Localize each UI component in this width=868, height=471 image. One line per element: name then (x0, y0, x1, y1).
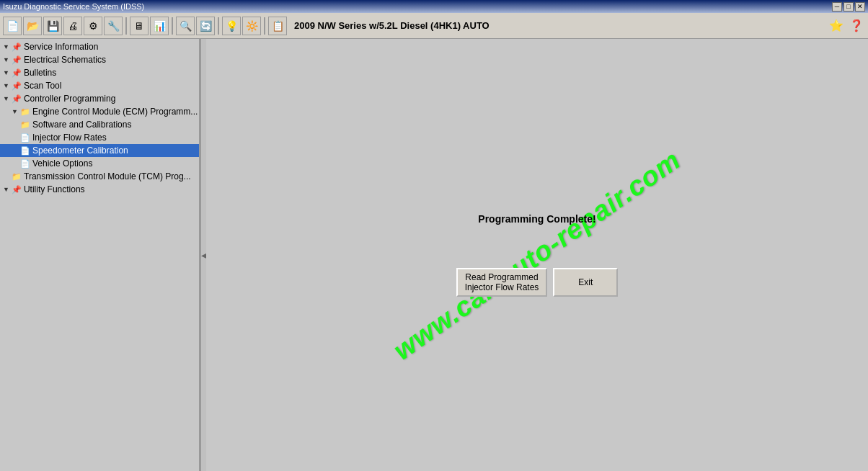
sidebar-item-scan-tool[interactable]: ▼📌Scan Tool (0, 79, 199, 92)
file-button[interactable]: 📋 (268, 17, 287, 35)
sidebar-item-label: Bulletins (24, 68, 56, 78)
minimize-button[interactable]: ─ (832, 2, 842, 12)
toolbar: 📄 📂 💾 🖨 ⚙ 🔧 🖥 📊 🔍 🔄 💡 🔆 📋 2009 N/W Serie… (0, 13, 868, 39)
arrow-icon: ▼ (3, 56, 9, 63)
root-icon: 📌 (12, 94, 22, 104)
arrow-icon: ▼ (12, 108, 18, 115)
arrow-icon: ▼ (3, 95, 9, 102)
watermark: www.car-auto-repair.com (206, 39, 868, 471)
root-icon: 📌 (12, 68, 22, 78)
root-icon: 📌 (12, 185, 22, 194)
close-button[interactable]: ✕ (855, 2, 865, 12)
vehicle-label: 2009 N/W Series w/5.2L Diesel (4HK1) AUT… (294, 20, 490, 31)
arrow-icon: ▼ (3, 186, 9, 193)
sidebar-item-label: Controller Programming (24, 94, 115, 104)
page-icon: 📄 (20, 146, 30, 156)
sidebar-item-label: Vehicle Options (32, 158, 92, 169)
sidebar: ▼📌Service Information▼📌Electrical Schema… (0, 39, 200, 471)
sidebar-item-injector-flow-rates[interactable]: 📄Injector Flow Rates (0, 131, 199, 144)
sidebar-item-tcm-programming[interactable]: 📁Transmission Control Module (TCM) Prog.… (0, 170, 199, 183)
buttons-area: Read ProgrammedInjector Flow Rates Exit (456, 268, 619, 297)
sidebar-item-bulletins[interactable]: ▼📌Bulletins (0, 66, 199, 79)
content-area: www.car-auto-repair.com Programming Comp… (206, 39, 868, 471)
settings-button[interactable]: ⚙ (84, 17, 102, 35)
toolbar-right: ⭐ ❓ (828, 17, 865, 35)
open-button[interactable]: 📂 (23, 17, 42, 35)
root-icon: 📌 (12, 42, 22, 52)
refresh-button[interactable]: 🔄 (196, 17, 215, 35)
sidebar-item-utility-functions[interactable]: ▼📌Utility Functions (0, 183, 199, 196)
sidebar-handle[interactable]: ◀ (200, 39, 206, 471)
sidebar-item-label: Transmission Control Module (TCM) Prog..… (24, 171, 191, 181)
main-container: ▼📌Service Information▼📌Electrical Schema… (0, 39, 868, 471)
new-button[interactable]: 📄 (3, 17, 22, 35)
page-icon: 📄 (20, 159, 30, 169)
exit-button[interactable]: Exit (553, 268, 618, 297)
folder-icon: 📁 (12, 172, 22, 181)
arrow-icon: ▼ (3, 82, 9, 89)
sidebar-item-label: Speedometer Calibration (32, 145, 128, 156)
star-button[interactable]: ⭐ (828, 17, 845, 35)
maximize-button[interactable]: □ (843, 2, 854, 12)
sidebar-item-service-info[interactable]: ▼📌Service Information (0, 40, 199, 53)
watermark-text: www.car-auto-repair.com (388, 144, 686, 366)
folder-icon: 📁 (20, 107, 30, 117)
sidebar-item-controller-programming[interactable]: ▼📌Controller Programming (0, 92, 199, 105)
light1-button[interactable]: 💡 (222, 17, 241, 35)
root-icon: 📌 (12, 81, 22, 91)
folder-icon: 📁 (20, 120, 30, 130)
toolbar-separator-2 (172, 17, 173, 35)
sidebar-item-speedometer-calibration[interactable]: 📄Speedometer Calibration (0, 144, 199, 157)
arrow-icon: ▼ (3, 43, 9, 50)
sidebar-item-vehicle-options[interactable]: 📄Vehicle Options (0, 157, 199, 170)
title-bar: Isuzu Diagnostic Service System (IDSS) ─… (0, 0, 868, 13)
sidebar-item-software-calibrations[interactable]: 📁Software and Calibrations (0, 118, 199, 131)
root-icon: 📌 (12, 55, 22, 65)
read-programmed-button[interactable]: Read ProgrammedInjector Flow Rates (456, 268, 548, 297)
sidebar-item-label: Service Information (24, 42, 98, 52)
search-button[interactable]: 🔍 (176, 17, 195, 35)
sidebar-item-label: Engine Control Module (ECM) Programm... (32, 107, 198, 117)
sidebar-item-label: Utility Functions (24, 184, 85, 194)
page-icon: 📄 (20, 133, 30, 143)
sidebar-item-label: Injector Flow Rates (32, 133, 107, 143)
sidebar-item-label: Software and Calibrations (32, 120, 131, 130)
sidebar-item-label: Scan Tool (24, 81, 61, 91)
arrow-icon: ▼ (3, 69, 9, 76)
light2-button[interactable]: 🔆 (242, 17, 261, 35)
view2-button[interactable]: 📊 (150, 17, 169, 35)
title-bar-controls: ─ □ ✕ (832, 2, 865, 12)
programming-message: Programming Complete! (478, 213, 595, 225)
save-button[interactable]: 💾 (43, 17, 62, 35)
toolbar-separator-3 (218, 17, 219, 35)
view1-button[interactable]: 🖥 (130, 17, 149, 35)
sidebar-item-label: Electrical Schematics (24, 55, 106, 65)
title-bar-text: Isuzu Diagnostic Service System (IDSS) (3, 2, 144, 11)
toolbar-separator-1 (125, 17, 127, 35)
sidebar-item-electrical-schematics[interactable]: ▼📌Electrical Schematics (0, 53, 199, 66)
tools-button[interactable]: 🔧 (104, 17, 123, 35)
help-button[interactable]: ❓ (848, 17, 865, 35)
toolbar-separator-4 (264, 17, 265, 35)
print-button[interactable]: 🖨 (63, 17, 82, 35)
sidebar-item-ecm-programming[interactable]: ▼📁Engine Control Module (ECM) Programm..… (0, 105, 199, 118)
